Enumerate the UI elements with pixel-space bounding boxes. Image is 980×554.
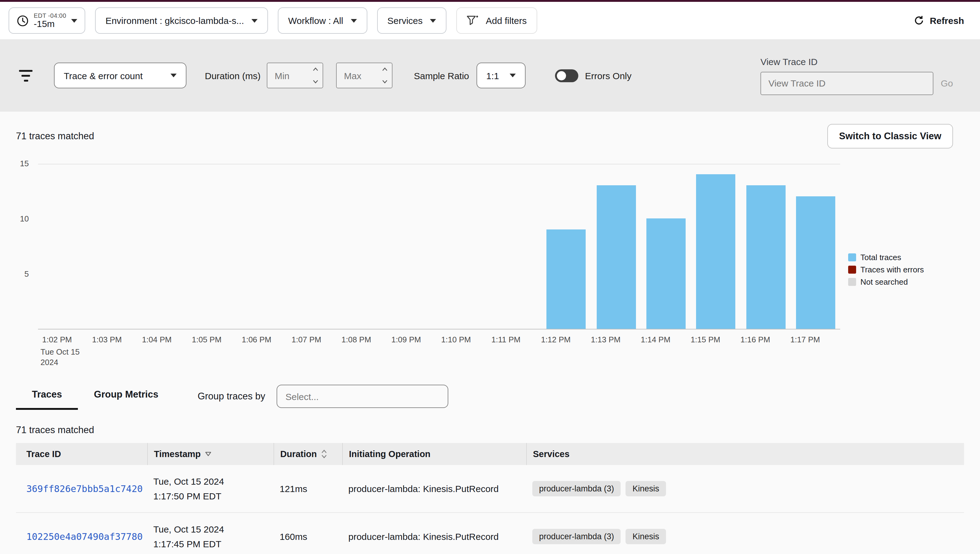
- increment-button[interactable]: [309, 63, 323, 75]
- chart-bar[interactable]: [646, 218, 686, 329]
- x-tick-label: 1:15 PM: [690, 335, 720, 344]
- duration-min-field: [267, 62, 323, 88]
- chart-y-axis: 51015: [16, 164, 32, 330]
- chart-bar[interactable]: [547, 229, 586, 329]
- x-tick-label: 1:04 PM: [142, 335, 172, 344]
- legend-item[interactable]: Traces with errors: [848, 265, 924, 274]
- chevron-down-icon: [251, 19, 258, 22]
- refresh-button[interactable]: Refresh: [913, 7, 965, 34]
- chevron-down-icon: [350, 19, 356, 22]
- sample-ratio-select[interactable]: 1:1: [477, 62, 525, 88]
- x-tick-label: 1:10 PM: [441, 335, 471, 344]
- trace-id-link[interactable]: 102250e4a07490af37780: [26, 531, 143, 542]
- time-range-button[interactable]: EDT -04:00 -15m: [9, 7, 85, 34]
- top-bar: EDT -04:00 -15m Environment : gkcisco-la…: [0, 2, 980, 39]
- service-badge: Kinesis: [626, 529, 666, 544]
- min-stepper: [309, 63, 323, 88]
- duration-cell: 121ms: [274, 484, 342, 494]
- x-tick-label: 1:16 PM: [741, 335, 770, 344]
- services-dropdown[interactable]: Services: [377, 7, 447, 34]
- trace-id-cell: 369ff826e7bbb5a1c7420: [16, 483, 147, 494]
- x-sublabel-year: 2024: [40, 357, 80, 368]
- chevron-down-icon: [71, 19, 77, 22]
- legend-item[interactable]: Not searched: [848, 277, 924, 287]
- chart-bar[interactable]: [746, 185, 785, 329]
- legend-swatch: [848, 278, 856, 286]
- legend-item[interactable]: Total traces: [848, 253, 924, 262]
- add-filters-button[interactable]: Add filters: [456, 7, 537, 34]
- x-tick-label: 1:14 PM: [641, 335, 670, 344]
- sort-desc-icon: [205, 452, 212, 457]
- table-row: 102250e4a07490af37780Tue, Oct 15 20241:1…: [16, 513, 964, 554]
- service-badge: producer-lambda (3): [532, 529, 621, 544]
- time-range-label: -15m: [34, 19, 54, 29]
- go-button[interactable]: Go: [941, 78, 953, 88]
- timestamp-line1: Tue, Oct 15 2024: [153, 474, 274, 489]
- legend-label: Total traces: [861, 253, 901, 262]
- x-tick-label: 1:17 PM: [790, 335, 820, 344]
- chart-legend: Total tracesTraces with errorsNot search…: [848, 253, 924, 287]
- timestamp-cell: Tue, Oct 15 20241:17:45 PM EDT: [147, 522, 274, 551]
- view-trace-id-input[interactable]: [760, 72, 933, 95]
- errors-only-label: Errors Only: [585, 70, 632, 81]
- chart-bar[interactable]: [696, 174, 736, 329]
- increment-button[interactable]: [378, 63, 392, 75]
- timestamp-header[interactable]: Timestamp: [147, 443, 274, 465]
- chart-x-axis: Tue Oct 15 2024 1:02 PM1:03 PM1:04 PM1:0…: [38, 335, 840, 368]
- refresh-icon: [914, 15, 924, 26]
- x-tick-label: 1:13 PM: [591, 335, 620, 344]
- duration-cell: 160ms: [274, 531, 342, 542]
- chevron-down-icon: [430, 19, 436, 22]
- summary-row: 71 traces matched Switch to Classic View: [0, 111, 980, 148]
- chart-bar[interactable]: [796, 196, 835, 329]
- decrement-button[interactable]: [309, 75, 323, 88]
- timestamp-cell: Tue, Oct 15 20241:17:50 PM EDT: [147, 474, 274, 503]
- clock-icon: [17, 14, 29, 27]
- workflow-dropdown[interactable]: Workflow : All: [278, 7, 368, 34]
- service-badge: Kinesis: [626, 481, 666, 496]
- sortable-icon: [321, 450, 326, 458]
- environment-dropdown[interactable]: Environment : gkcisco-lambda-s...: [95, 7, 268, 34]
- services-header: Services: [526, 443, 964, 465]
- metric-select[interactable]: Trace & error count: [54, 62, 186, 88]
- sample-ratio-value: 1:1: [486, 70, 499, 81]
- duration-header[interactable]: Duration: [274, 443, 342, 465]
- chart-plot: [38, 164, 840, 330]
- table-body: 369ff826e7bbb5a1c7420Tue, Oct 15 20241:1…: [16, 465, 964, 554]
- refresh-label: Refresh: [930, 15, 964, 26]
- x-axis-line: [38, 329, 840, 330]
- tab-group-metrics[interactable]: Group Metrics: [78, 383, 174, 410]
- tab-traces[interactable]: Traces: [16, 383, 78, 410]
- duration-max-field: [336, 62, 393, 88]
- filter-lines-icon[interactable]: [18, 70, 33, 81]
- time-zone-label: EDT -04:00: [34, 12, 66, 19]
- chart-x-sublabel: Tue Oct 15 2024: [40, 347, 80, 368]
- duration-max-input[interactable]: [337, 63, 378, 88]
- x-tick-label: 1:03 PM: [92, 335, 122, 344]
- toggle-knob: [557, 71, 566, 80]
- errors-only-toggle[interactable]: [555, 69, 578, 82]
- x-tick-label: 1:08 PM: [342, 335, 371, 344]
- x-tick-label: 1:06 PM: [242, 335, 271, 344]
- trace-id-cell: 102250e4a07490af37780: [16, 531, 147, 542]
- initiating-operation-header: Initiating Operation: [342, 443, 526, 465]
- sample-ratio-label: Sample Ratio: [414, 70, 469, 81]
- legend-swatch: [848, 266, 856, 274]
- decrement-button[interactable]: [378, 75, 392, 88]
- legend-swatch: [848, 253, 856, 261]
- duration-min-input[interactable]: [267, 63, 309, 88]
- x-tick-label: 1:07 PM: [292, 335, 321, 344]
- trace-id-link[interactable]: 369ff826e7bbb5a1c7420: [26, 483, 143, 494]
- table-header: Trace ID Timestamp Duration Initiating O…: [16, 443, 964, 465]
- services-cell: producer-lambda (3)Kinesis: [526, 481, 964, 496]
- switch-to-classic-view-button[interactable]: Switch to Classic View: [827, 124, 953, 148]
- traces-matched-text: 71 traces matched: [16, 131, 94, 142]
- chevron-down-icon: [510, 73, 516, 77]
- services-cell: producer-lambda (3)Kinesis: [526, 529, 964, 544]
- chart-bar[interactable]: [597, 185, 636, 329]
- environment-dropdown-label: Environment : gkcisco-lambda-s...: [105, 15, 244, 26]
- operation-cell: producer-lambda: Kinesis.PutRecord: [342, 531, 526, 542]
- traces-chart: 51015 Tue Oct 15 2024 1:02 PM1:03 PM1:04…: [16, 156, 964, 368]
- group-by-select[interactable]: [276, 385, 448, 408]
- x-tick-label: 1:05 PM: [192, 335, 222, 344]
